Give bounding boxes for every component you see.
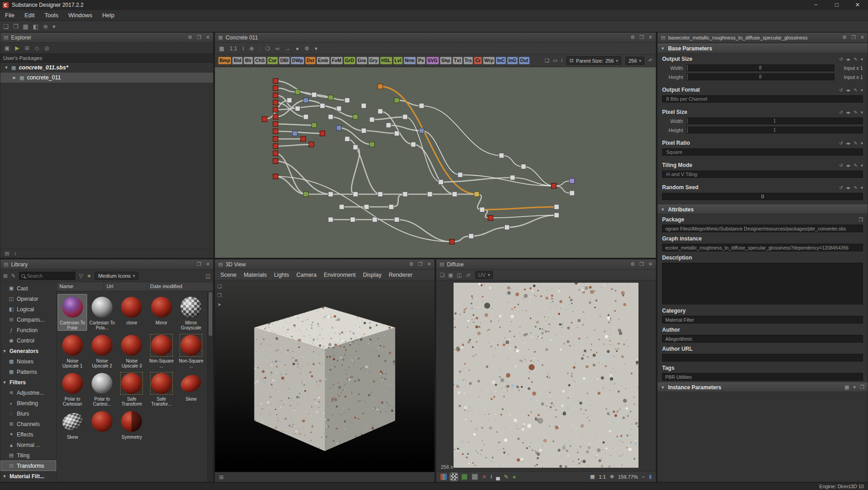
group-icon-3[interactable]: ▾ <box>861 185 863 190</box>
combo-output-format[interactable]: 8 Bits per Channel <box>662 95 863 103</box>
group-icon-1[interactable]: ◂▸ <box>846 185 851 190</box>
library-item-polar-to-cartesi[interactable]: Polar to Cartesi... <box>87 370 117 407</box>
node-shortcut-bmp[interactable]: Bmp <box>218 57 231 65</box>
close-button[interactable]: ✕ <box>847 0 868 10</box>
group-icon-0[interactable]: ↺ <box>839 110 843 115</box>
node-shortcut-inc[interactable]: InC <box>496 57 506 65</box>
clear-icon[interactable]: ✕ <box>482 474 487 480</box>
group-icon-3[interactable]: ▾ <box>861 141 863 146</box>
gray-grid-icon[interactable] <box>472 474 478 480</box>
column-url[interactable]: Url <box>104 282 147 291</box>
library-item-clone[interactable]: clone <box>117 294 146 331</box>
attr-value-author-url[interactable] <box>662 354 863 362</box>
histogram-icon[interactable]: ▄ <box>496 474 500 480</box>
section-expand-icon[interactable]: ▼ <box>661 46 665 51</box>
menu-environment[interactable]: Environment <box>320 272 359 278</box>
library-category-function[interactable]: ƒFunction <box>0 325 56 335</box>
view2d-header-icon-2[interactable]: ✕ <box>649 261 653 267</box>
view3d-header-icon-1[interactable]: ❐ <box>418 261 423 267</box>
explorer-header-icon-0[interactable]: ⚙ <box>188 34 192 40</box>
slider-pixel-size-height[interactable]: 1 <box>686 127 863 133</box>
menu-lights[interactable]: Lights <box>270 272 293 278</box>
section-icon-1[interactable]: ▾ <box>853 384 856 390</box>
view3d-header-icon-0[interactable]: ⚙ <box>409 261 414 267</box>
slider-output-size-width[interactable]: 8 <box>686 64 834 71</box>
node-shortcut-ing[interactable]: InG <box>507 57 518 65</box>
library-item-cartesian-to-pola[interactable]: Cartesian To Pola... <box>87 294 117 331</box>
library-category-generators[interactable]: ▼Generators <box>0 346 56 356</box>
expand-open-icon[interactable]: ▼ <box>4 65 9 70</box>
menu-scene[interactable]: Scene <box>217 272 240 278</box>
menu-materials[interactable]: Materials <box>240 272 270 278</box>
group-icon-1[interactable]: ◂▸ <box>846 110 851 115</box>
group-icon-2[interactable]: ✎ <box>854 88 858 93</box>
graph-right-icon-2[interactable]: i <box>561 58 562 64</box>
explorer-footer-icon-0[interactable]: ▤ <box>5 250 9 256</box>
explorer-tool-icon-4[interactable]: ◎ <box>44 45 49 51</box>
library-category-control[interactable]: ◉Control <box>0 335 56 346</box>
minimize-button[interactable]: − <box>805 0 826 10</box>
seed-field[interactable]: 0 <box>662 193 863 200</box>
group-icon-1[interactable]: ◂▸ <box>846 163 851 168</box>
graph-right-icon-0[interactable]: ❑ <box>545 58 549 64</box>
node-shortcut-bld[interactable]: Bld <box>232 57 243 65</box>
node-shortcut-emb[interactable]: Emb <box>317 57 330 65</box>
graph-tool-icon-7[interactable]: → <box>285 45 290 52</box>
node-shortcut-gra[interactable]: Gra <box>356 57 367 65</box>
graph-tool-icon-10[interactable]: ▾ <box>315 45 317 52</box>
droplet-icon[interactable]: ● <box>512 474 516 480</box>
node-shortcut-dst[interactable]: Dst <box>305 57 316 65</box>
group-icon-0[interactable]: ↺ <box>839 185 843 190</box>
background-checker-icon[interactable] <box>451 474 457 480</box>
undo-icon[interactable]: ↶ <box>649 58 653 64</box>
parent-size-combo[interactable]: ⊡ Parent Size: 256 ▾ <box>566 56 621 65</box>
graph-tool-icon-1[interactable]: 1:1 <box>229 45 237 52</box>
explorer-header-icon-2[interactable]: ✕ <box>206 34 210 40</box>
node-shortcut-grd[interactable]: GrD <box>344 57 356 65</box>
node-shortcut-svg[interactable]: SVG <box>426 57 439 65</box>
graph-tool-icon-0[interactable]: ▦ <box>219 45 224 52</box>
node-shortcut-gry[interactable]: Gry <box>368 57 379 65</box>
zoom-ratio-button[interactable]: 1:1 <box>599 474 606 480</box>
library-category-noises[interactable]: ▩Noises <box>0 356 56 367</box>
library-category-cast[interactable]: ▣Cast <box>0 283 56 294</box>
properties-header-icon-2[interactable]: ✕ <box>860 34 864 40</box>
library-item-mirror[interactable]: Mirror <box>146 294 176 331</box>
view2d-tool-icon-0[interactable]: ❏ <box>440 272 444 278</box>
section-attributes[interactable]: ▼Attributes <box>658 205 868 214</box>
attr-value-author[interactable]: Allegorithmic <box>662 335 863 343</box>
column-name[interactable]: Name <box>57 282 104 291</box>
node-shortcut-cr[interactable]: Cr <box>474 57 482 65</box>
library-category-patterns[interactable]: ▦Patterns <box>0 367 56 377</box>
view2d-tool-icon-1[interactable]: ▣ <box>448 272 453 278</box>
library-tool-icon-1[interactable]: ✎ <box>11 273 16 279</box>
group-icon-2[interactable]: ✎ <box>854 57 858 62</box>
group-icon-3[interactable]: ▾ <box>861 57 863 62</box>
scrollbar-thumb[interactable] <box>209 292 212 336</box>
node-shortcut-shp[interactable]: Shp <box>440 57 452 65</box>
library-item-safe-transfor[interactable]: Safe Transfor... <box>146 370 176 407</box>
library-item-noise-upscale-2[interactable]: Noise Upscale 2 <box>87 332 117 369</box>
graph-tool-icon-6[interactable]: ∞ <box>276 45 280 52</box>
node-shortcut-nrm[interactable]: Nrm <box>404 57 416 65</box>
group-icon-0[interactable]: ↺ <box>839 163 843 168</box>
maximize-button[interactable]: □ <box>826 0 847 10</box>
section-icon-0[interactable]: ▦ <box>844 384 849 390</box>
tree-row-graph[interactable]: ▶ ▦ concrete_011 <box>0 73 213 83</box>
category-expand-icon[interactable]: ▼ <box>2 349 7 353</box>
node-shortcut-px[interactable]: Px <box>417 57 425 65</box>
menu-help[interactable]: Help <box>97 10 119 21</box>
view2d-header-icon-1[interactable]: ❐ <box>639 261 644 267</box>
library-header-icon-0[interactable]: ❐ <box>197 261 201 267</box>
menu-edit[interactable]: Edit <box>20 10 39 21</box>
graph-header-icon-0[interactable]: ⚙ <box>630 34 635 40</box>
group-icon-3[interactable]: ▾ <box>861 88 863 93</box>
library-item-safe-transform[interactable]: Safe Transform <box>117 370 146 407</box>
menu-renderer[interactable]: Renderer <box>385 272 416 278</box>
group-icon-2[interactable]: ✎ <box>854 141 858 146</box>
green-grid-icon[interactable] <box>461 474 468 480</box>
document-icon[interactable]: ❒ <box>858 217 863 223</box>
attr-value-description[interactable] <box>662 263 863 304</box>
slider-output-size-height[interactable]: 8 <box>686 74 834 80</box>
slider-pixel-size-width[interactable]: 1 <box>686 118 863 124</box>
